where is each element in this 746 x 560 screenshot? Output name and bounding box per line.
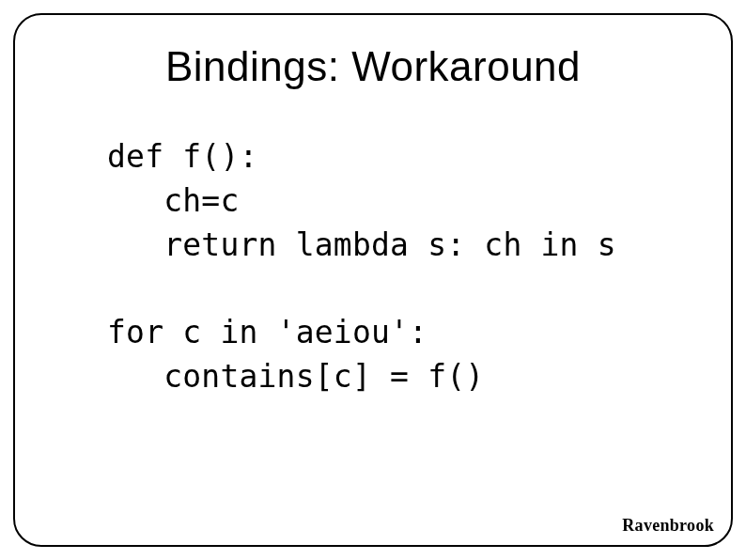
slide-frame: Bindings: Workaround def f(): ch=c retur… <box>13 13 733 547</box>
slide-title: Bindings: Workaround <box>53 43 693 90</box>
code-block: def f(): ch=c return lambda s: ch in s f… <box>53 135 693 399</box>
footer-logo: Ravenbrook <box>622 516 714 536</box>
